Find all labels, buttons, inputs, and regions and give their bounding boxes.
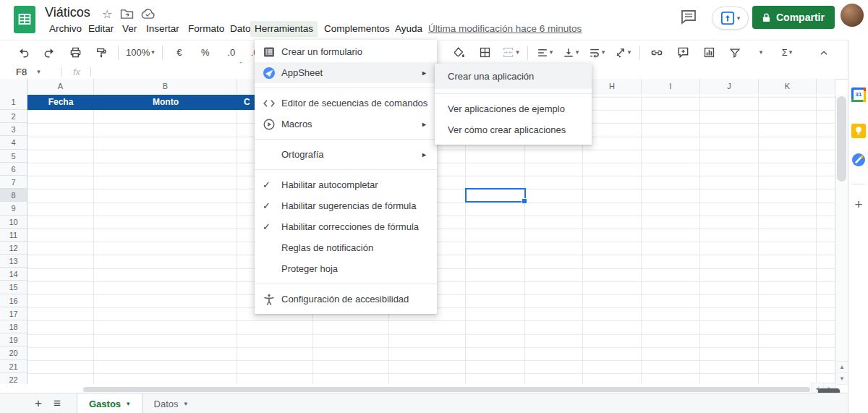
row-header-4[interactable]: 4	[0, 136, 27, 149]
present-to-meet-button[interactable]: ▾	[712, 7, 749, 30]
vertical-scrollbar-thumb[interactable]	[837, 96, 846, 182]
menu-item-habilitar-sugerencias-de-fórmula[interactable]: ✓Habilitar sugerencias de fórmula	[255, 195, 437, 216]
all-sheets-icon[interactable]: ≡	[48, 393, 67, 413]
share-button[interactable]: Compartir	[752, 6, 835, 29]
calendar-icon[interactable]: 31	[851, 88, 866, 102]
text-wrap-button[interactable]: ▾	[585, 43, 608, 62]
row-header-5[interactable]: 5	[0, 150, 27, 163]
row-header-3[interactable]: 3	[0, 123, 27, 136]
row-header-17[interactable]: 17	[0, 307, 27, 320]
text-rotation-button[interactable]: ▾	[611, 43, 634, 62]
merge-cells-button[interactable]: ▾	[499, 43, 522, 62]
selected-cell-F8[interactable]	[465, 188, 526, 203]
scroll-up-button[interactable]: ▲	[835, 361, 848, 373]
row-header-9[interactable]: 9	[0, 202, 27, 215]
row-header-16[interactable]: 16	[0, 294, 27, 307]
row-header-12[interactable]: 12	[0, 242, 27, 255]
insert-comment-button[interactable]	[671, 43, 694, 62]
row-header-8[interactable]: 8	[0, 189, 27, 202]
filter-views-button[interactable]: ▾	[749, 43, 773, 62]
document-title[interactable]: Viáticos	[45, 5, 90, 20]
create-filter-button[interactable]	[723, 43, 746, 62]
menu-complementos[interactable]: Complementos	[320, 21, 394, 37]
menu-archivo[interactable]: Archivo	[45, 21, 86, 37]
row-header-22[interactable]: 22	[0, 373, 27, 384]
row-header-11[interactable]: 11	[0, 229, 27, 242]
submenu-item-ver-cómo-crear-aplicaciones[interactable]: Ver cómo crear aplicaciones	[435, 119, 592, 140]
decrease-decimals-button[interactable]: .0←	[220, 43, 243, 62]
menu-item-habilitar-correcciones-de-fórmula[interactable]: ✓Habilitar correcciones de fórmula	[255, 216, 437, 237]
keep-icon[interactable]	[851, 124, 866, 138]
menu-item-appsheet[interactable]: AppSheet►	[255, 62, 437, 83]
insert-link-button[interactable]	[645, 43, 668, 62]
header-cell-A[interactable]: Fecha	[27, 95, 94, 110]
column-header-B[interactable]: B	[94, 79, 237, 94]
horizontal-scrollbar-thumb[interactable]	[83, 387, 810, 392]
row-header-7[interactable]: 7	[0, 176, 27, 189]
add-sheet-icon[interactable]: +	[29, 393, 48, 413]
fill-color-button[interactable]	[447, 43, 470, 62]
collapse-toolbar-button[interactable]	[812, 43, 835, 62]
submenu-item-crear-una-aplicación[interactable]: Crear una aplicación	[435, 64, 592, 89]
menu-item-crear-un-formulario[interactable]: Crear un formulario	[255, 41, 437, 62]
row-header-13[interactable]: 13	[0, 255, 27, 268]
sheet-tab-gastos[interactable]: Gastos▾	[77, 393, 142, 413]
column-header-partial[interactable]	[817, 79, 835, 94]
star-icon[interactable]: ☆	[102, 7, 112, 21]
column-header-J[interactable]: J	[700, 79, 759, 94]
header-cell-B[interactable]: Monto	[94, 95, 237, 110]
row-header-18[interactable]: 18	[0, 320, 27, 333]
name-box[interactable]: F8 ▾	[0, 67, 61, 77]
menu-item-ortografía[interactable]: Ortografía►	[255, 144, 437, 165]
row-header-20[interactable]: 20	[0, 346, 27, 359]
cloud-saved-icon[interactable]	[140, 9, 156, 20]
fill-handle[interactable]	[522, 198, 527, 204]
last-edit-link[interactable]: Última modificación hace 6 minutos	[428, 21, 582, 37]
avatar[interactable]	[841, 4, 864, 27]
print-icon[interactable]	[64, 43, 87, 62]
row-header-21[interactable]: 21	[0, 360, 27, 373]
column-header-H[interactable]: H	[583, 79, 642, 94]
menu-herramientas[interactable]: Herramientas	[250, 21, 318, 37]
column-header-A[interactable]: A	[27, 79, 94, 94]
insert-chart-button[interactable]	[697, 43, 720, 62]
column-header-I[interactable]: I	[642, 79, 700, 94]
menu-item-proteger-hoja[interactable]: Proteger hoja	[255, 258, 437, 279]
menu-item-configuración-de-accesibilidad[interactable]: Configuración de accesibilidad	[255, 289, 437, 310]
menu-ver[interactable]: Ver	[118, 21, 141, 37]
row-header-15[interactable]: 15	[0, 281, 27, 294]
paint-format-icon[interactable]	[90, 43, 113, 62]
menu-insertar[interactable]: Insertar	[142, 21, 184, 37]
borders-button[interactable]	[473, 43, 496, 62]
functions-button[interactable]: Σ▾	[775, 43, 799, 62]
row-header-2[interactable]: 2	[0, 110, 27, 123]
format-percent-button[interactable]: %	[194, 43, 217, 62]
row-header-10[interactable]: 10	[0, 216, 27, 229]
comments-icon[interactable]	[680, 9, 697, 25]
select-all-corner[interactable]	[0, 79, 27, 94]
menu-item-editor-de-secuencias-de-comandos[interactable]: Editor de secuencias de comandos	[255, 93, 437, 114]
column-header-K[interactable]: K	[759, 79, 817, 94]
redo-icon[interactable]	[38, 43, 61, 62]
add-addon-icon[interactable]: +	[851, 197, 866, 212]
vertical-align-button[interactable]: ▾	[559, 43, 582, 62]
row-header-6[interactable]: 6	[0, 163, 27, 176]
menu-formato[interactable]: Formato	[184, 21, 229, 37]
menu-ayuda[interactable]: Ayuda	[391, 21, 427, 37]
tasks-icon[interactable]	[851, 153, 866, 167]
menu-item-reglas-de-notificación[interactable]: Reglas de notificación	[255, 237, 437, 258]
menu-editar[interactable]: Editar	[84, 21, 118, 37]
menu-item-macros[interactable]: Macros►	[255, 114, 437, 135]
scroll-down-button[interactable]: ▼	[835, 372, 848, 385]
row-header-14[interactable]: 14	[0, 268, 27, 281]
horizontal-align-button[interactable]: ▾	[533, 43, 556, 62]
undo-icon[interactable]	[12, 43, 35, 62]
menu-item-habilitar-autocompletar[interactable]: ✓Habilitar autocompletar	[255, 174, 437, 195]
zoom-select[interactable]: 100%▾	[124, 43, 157, 62]
row-header-19[interactable]: 19	[0, 333, 27, 346]
row-header-1[interactable]: 1	[0, 95, 27, 110]
move-folder-icon[interactable]	[120, 9, 134, 20]
sheet-tab-datos[interactable]: Datos▾	[142, 393, 200, 413]
format-currency-button[interactable]: €	[168, 43, 191, 62]
submenu-item-ver-aplicaciones-de-ejemplo[interactable]: Ver aplicaciones de ejemplo	[435, 98, 592, 119]
